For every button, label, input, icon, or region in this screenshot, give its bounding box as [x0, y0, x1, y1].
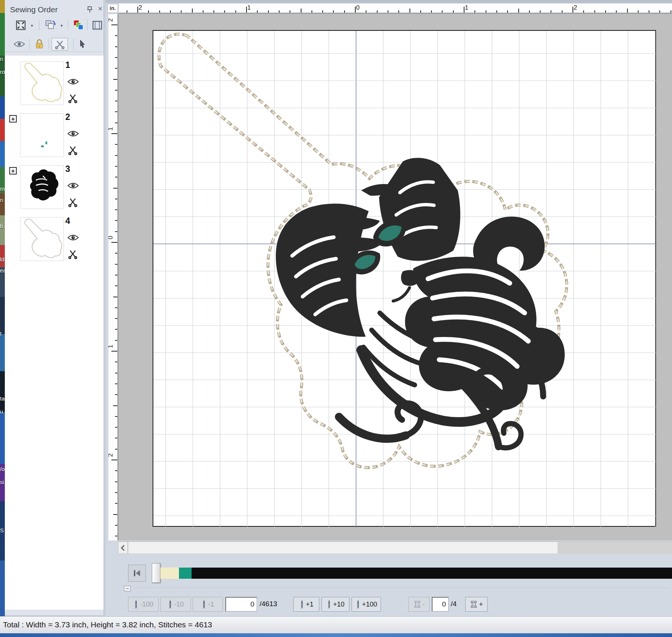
pin-icon[interactable] — [86, 6, 94, 14]
hoop-button[interactable] — [89, 18, 106, 33]
expand-plus-box[interactable]: + — [9, 167, 17, 174]
ruler-tick — [529, 10, 530, 13]
visibility-eye-icon[interactable] — [67, 234, 79, 242]
ruler-tick — [115, 427, 117, 428]
ruler-tick — [115, 373, 117, 373]
ruler-tick — [111, 24, 117, 25]
status-bar: Total : Width = 3.73 inch, Height = 3.82… — [0, 616, 672, 633]
previous-color-button[interactable]: - — [408, 597, 430, 612]
stitch-forward-button-+10[interactable]: +10 — [322, 597, 349, 612]
layer-item: + 2 — [5, 112, 104, 164]
layer-thumbnail-fob-outline-gray[interactable] — [20, 217, 64, 261]
visibility-eye-icon[interactable] — [67, 130, 79, 138]
ruler-tick — [224, 10, 225, 13]
stitch-back-button--10[interactable]: -10 — [160, 597, 191, 612]
fit-view-button[interactable] — [12, 18, 29, 33]
desktop-label-fragment: u — [0, 408, 3, 415]
ruler-tick — [115, 111, 117, 112]
ruler-tick — [115, 438, 117, 438]
ruler-tick — [115, 220, 117, 221]
ruler-tick — [137, 7, 138, 13]
desktop-label-fragment: n — [0, 56, 3, 62]
ruler-tick — [115, 46, 117, 47]
scissors-tool-button[interactable] — [52, 38, 68, 50]
stitch-slider-handle[interactable] — [152, 563, 160, 583]
stitch-progress-strip: – — [106, 554, 672, 594]
desktop-edge: nromnbldeattau/osiS — [0, 0, 5, 637]
change-order-button[interactable] — [42, 18, 59, 33]
ruler-label: 1 — [247, 4, 251, 12]
rewind-to-start-button[interactable] — [128, 565, 146, 582]
separator — [68, 19, 68, 30]
ruler-tick — [111, 351, 117, 352]
ruler-tick — [333, 10, 334, 13]
thread-color-segment-black[interactable] — [192, 568, 672, 579]
visibility-eye-icon[interactable] — [67, 78, 79, 86]
scroll-left-arrow-icon[interactable] — [118, 542, 128, 554]
stitch-back-button--100[interactable]: -100 — [128, 597, 159, 612]
ruler-tick — [115, 122, 117, 123]
stitch-forward-button-+1[interactable]: +1 — [293, 597, 319, 612]
layer-thumbnail-cat-silhouette[interactable] — [20, 165, 64, 209]
ruler-tick — [115, 525, 117, 526]
ruler-tick — [181, 10, 182, 13]
ruler-tick — [192, 9, 193, 13]
ruler-tick — [113, 514, 117, 515]
thread-color-bar[interactable] — [160, 568, 672, 579]
canvas-region: in. 21012 21012 — [106, 0, 672, 616]
next-color-button[interactable]: + — [465, 597, 487, 612]
stitch-position-input[interactable] — [225, 597, 257, 612]
ruler-tick — [115, 209, 117, 210]
change-order-dropdown-icon[interactable]: ▾ — [61, 23, 66, 28]
close-icon[interactable]: × — [96, 4, 104, 13]
trim-scissors-icon[interactable] — [68, 145, 78, 156]
layer-item: + 3 — [5, 164, 104, 216]
scrollbar-thumb[interactable] — [128, 542, 558, 554]
trim-scissors-icon[interactable] — [68, 93, 78, 104]
collapse-splitter-box[interactable]: – — [124, 586, 131, 591]
ruler-tick — [115, 144, 117, 145]
expand-plus-box[interactable]: + — [9, 115, 17, 122]
ruler-tick — [115, 362, 117, 362]
desktop-label-fragment: b — [0, 223, 3, 229]
design-white-area[interactable] — [153, 30, 656, 527]
colors-button[interactable] — [70, 18, 87, 33]
ruler-tick — [442, 10, 443, 13]
lock-icon[interactable]: r — [32, 38, 46, 50]
layer-number: 1 — [65, 60, 70, 70]
fit-view-dropdown-icon[interactable]: ▾ — [31, 23, 36, 28]
trim-scissors-icon[interactable] — [68, 197, 78, 208]
desktop-label-fragment: ea — [0, 267, 5, 274]
svg-text:r: r — [39, 45, 40, 48]
trim-scissors-icon[interactable] — [68, 249, 78, 260]
design-canvas[interactable] — [118, 13, 672, 540]
thread-color-segment-cream[interactable] — [160, 568, 179, 579]
layer-thumbnail-teal-dots[interactable] — [20, 113, 64, 157]
stitch-forward-button-+100[interactable]: +100 — [352, 597, 381, 612]
thread-color-segment-teal[interactable] — [179, 568, 192, 579]
ruler-tick — [115, 90, 117, 91]
ruler-tick — [649, 10, 649, 13]
stitch-back-button--1[interactable]: -1 — [193, 597, 223, 612]
ruler-unit-box[interactable]: in. — [107, 4, 118, 13]
ruler-label: 2 — [138, 4, 142, 12]
layer-thumbnail-fob-outline-yellow[interactable] — [20, 61, 64, 105]
eye-icon[interactable] — [12, 38, 26, 50]
ruler-tick — [507, 10, 508, 13]
ruler-tick — [111, 460, 117, 460]
ruler-tick — [268, 10, 269, 13]
cursor-icon[interactable] — [75, 38, 89, 50]
cat-mini-shape — [30, 169, 58, 200]
ruler-tick — [572, 7, 573, 13]
ruler-tick — [115, 35, 117, 36]
ruler-tick — [540, 10, 541, 13]
visibility-eye-icon[interactable] — [67, 182, 79, 190]
horizontal-ruler: 21012 — [119, 4, 672, 13]
horizontal-scrollbar[interactable] — [118, 541, 672, 554]
ruler-tick — [474, 10, 475, 13]
separator — [29, 39, 30, 50]
color-position-input[interactable] — [432, 597, 449, 612]
stitch-nav-toolbar: -100 -10 -1 /4613 +1 +10 +100 - /4 + — [106, 594, 672, 615]
ruler-tick — [113, 405, 117, 406]
ruler-tick — [496, 10, 497, 13]
